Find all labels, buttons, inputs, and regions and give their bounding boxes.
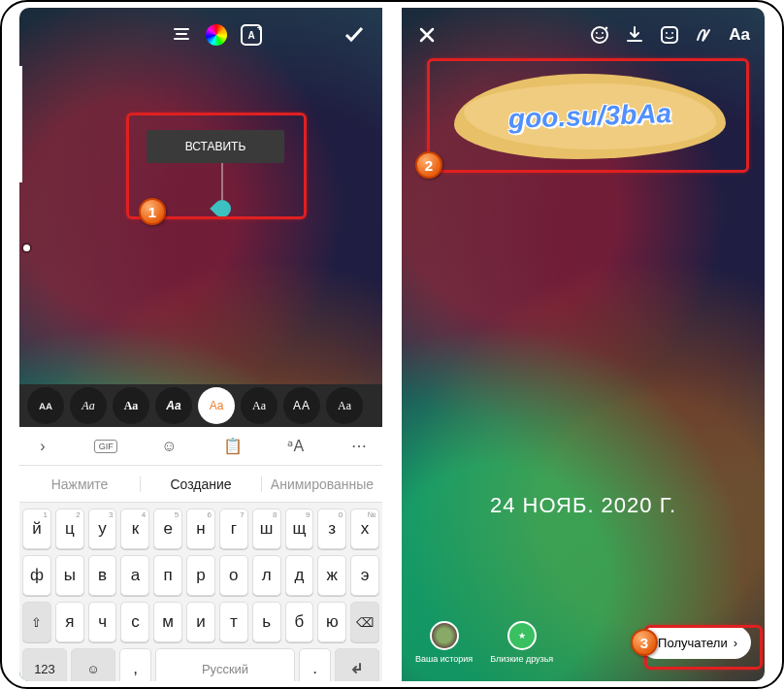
key-я[interactable]: я <box>55 602 84 642</box>
key-ю[interactable]: ю <box>317 602 346 642</box>
key-е[interactable]: е5 <box>153 509 182 549</box>
font-option-1[interactable]: Aa <box>70 387 107 424</box>
key-в[interactable]: в <box>88 555 117 596</box>
recipients-label: Получатели <box>658 636 728 650</box>
download-icon[interactable] <box>623 23 646 47</box>
font-option-selected[interactable]: Aa <box>198 387 235 424</box>
gif-button[interactable]: GIF <box>94 440 117 453</box>
key-х[interactable]: х№ <box>350 509 379 549</box>
font-option-2[interactable]: Aa <box>113 387 149 424</box>
key-о[interactable]: о <box>219 555 248 596</box>
svg-point-0 <box>592 27 607 43</box>
chevron-right-icon: › <box>734 636 737 650</box>
text-editor-header: A <box>19 17 382 52</box>
svg-point-4 <box>666 32 668 34</box>
key-п[interactable]: п <box>153 555 182 596</box>
keyboard: › GIF ☺ 📋 ᵃA ⋯ Нажмите Создание Анимиров… <box>19 427 382 681</box>
key-ж[interactable]: ж <box>317 555 346 596</box>
share-row: Ваша история ★ Близкие друзья Получатели… <box>402 615 765 670</box>
key-ц[interactable]: ц2 <box>55 509 84 549</box>
text-tool-button[interactable]: Aa <box>728 23 751 47</box>
text-effects-icon[interactable]: A <box>239 22 264 48</box>
close-icon[interactable] <box>415 23 439 47</box>
font-selector-row[interactable]: ᴀᴀ Aa Aa Aa Aa Aa AA Aa <box>19 384 382 427</box>
key-г[interactable]: г7 <box>219 509 248 549</box>
confirm-check-icon[interactable] <box>342 22 367 48</box>
close-friends-icon: ★ <box>507 621 537 650</box>
svg-rect-3 <box>662 27 677 43</box>
sticker-kb-icon[interactable]: ☺ <box>157 438 180 455</box>
key-ent[interactable] <box>335 648 379 681</box>
key-т[interactable]: т <box>219 602 248 642</box>
key-к[interactable]: к4 <box>120 509 149 549</box>
annotation-number-2: 2 <box>415 151 442 179</box>
left-phone-panel: A ВСТАВИТЬ ᴀᴀ Aa Aa Aa Aa Aa AA Aa › GIF… <box>19 8 382 681</box>
url-text: goo.su/3bAa <box>459 77 721 155</box>
settings-dots-icon[interactable]: ⋯ <box>347 437 371 455</box>
your-story-button[interactable]: Ваша история <box>415 621 473 664</box>
key-ш[interactable]: ш8 <box>252 509 281 549</box>
font-option-3[interactable]: Aa <box>155 387 192 424</box>
key-д[interactable]: д <box>285 555 314 596</box>
color-wheel-icon[interactable] <box>204 22 229 48</box>
story-editor-header: Aa <box>402 17 765 52</box>
your-story-label: Ваша история <box>415 654 473 664</box>
translate-icon[interactable]: ᵃA <box>284 437 308 455</box>
key-grid: й1ц2у3к4е5н6г7ш8щ9з0х№ фывапролджэ ⇧ячсм… <box>19 503 382 681</box>
date-stamp[interactable]: 24 НОЯБ. 2020 Г. <box>402 493 765 518</box>
suggestion-right[interactable]: Анимированные <box>262 476 382 492</box>
close-friends-button[interactable]: ★ Близкие друзья <box>490 621 553 664</box>
font-option-6[interactable]: AA <box>283 387 320 424</box>
text-size-handle[interactable] <box>23 245 30 251</box>
close-friends-label: Близкие друзья <box>490 654 553 664</box>
key-Русский[interactable]: Русский <box>155 648 295 681</box>
keyboard-toolbar: › GIF ☺ 📋 ᵃA ⋯ <box>19 427 382 466</box>
key-ф[interactable]: ф <box>22 555 51 596</box>
sticker-icon[interactable] <box>658 23 681 47</box>
chevron-right-icon[interactable]: › <box>31 438 54 455</box>
font-option-5[interactable]: Aa <box>241 387 278 424</box>
key-з[interactable]: з0 <box>317 509 346 549</box>
key-м[interactable]: м <box>153 602 182 642</box>
key-⇧[interactable]: ⇧ <box>22 602 51 642</box>
face-filter-icon[interactable] <box>588 23 611 47</box>
key-а[interactable]: а <box>120 555 149 596</box>
url-text-sticker[interactable]: goo.su/3bAa <box>460 82 720 151</box>
key-й[interactable]: й1 <box>22 509 51 549</box>
key-.[interactable]: . <box>299 648 331 681</box>
right-phone-panel: Aa goo.su/3bAa 24 НОЯБ. 2020 Г. Ваша ист… <box>402 8 765 681</box>
svg-point-2 <box>602 32 604 34</box>
draw-icon[interactable] <box>693 23 716 47</box>
story-avatar-icon <box>430 621 459 650</box>
key-б[interactable]: б <box>285 602 314 642</box>
clipboard-icon[interactable]: 📋 <box>221 437 245 455</box>
font-option-0[interactable]: ᴀᴀ <box>27 387 64 424</box>
suggestion-row: Нажмите Создание Анимированные <box>19 466 382 503</box>
font-option-7[interactable]: Aa <box>326 387 363 424</box>
svg-point-5 <box>671 32 673 34</box>
key-⌫[interactable]: ⌫ <box>350 602 379 642</box>
suggestion-main[interactable]: Создание <box>140 476 262 492</box>
key-123[interactable]: 123 <box>22 648 67 681</box>
key-л[interactable]: л <box>252 555 281 596</box>
key-р[interactable]: р <box>186 555 215 596</box>
key-щ[interactable]: щ9 <box>285 509 314 549</box>
key-н[interactable]: н6 <box>186 509 215 549</box>
key-с[interactable]: с <box>120 602 149 642</box>
annotation-number-3: 3 <box>631 629 658 656</box>
paste-label: ВСТАВИТЬ <box>185 140 246 153</box>
key-ы[interactable]: ы <box>55 555 84 596</box>
key-ч[interactable]: ч <box>88 602 117 642</box>
suggestion-left[interactable]: Нажмите <box>19 476 140 492</box>
align-icon[interactable] <box>169 22 194 48</box>
key-у[interactable]: у3 <box>88 509 117 549</box>
key-э[interactable]: э <box>350 555 379 596</box>
key-ь[interactable]: ь <box>252 602 281 642</box>
key-☺[interactable]: ☺ <box>71 648 115 681</box>
key-и[interactable]: и <box>186 602 215 642</box>
svg-point-1 <box>596 32 598 34</box>
text-size-slider[interactable] <box>19 66 22 182</box>
annotation-number-1: 1 <box>139 198 166 225</box>
key-,[interactable]: , <box>119 648 151 681</box>
paste-popup[interactable]: ВСТАВИТЬ <box>147 130 284 163</box>
